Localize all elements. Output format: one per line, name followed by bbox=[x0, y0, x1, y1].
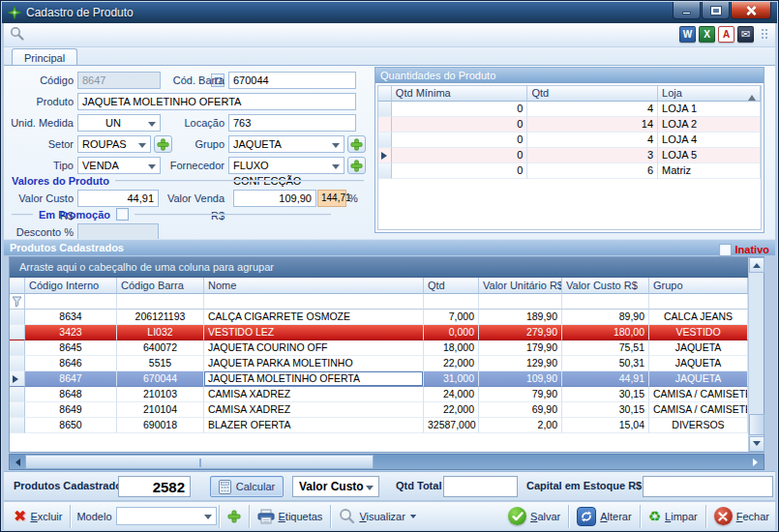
grupo-label: Grupo bbox=[159, 135, 225, 153]
quantidades-panel-title: Quantidades do Produto bbox=[375, 68, 764, 83]
col-header-codigo-barra[interactable]: Código Barra bbox=[117, 278, 204, 294]
em-promocao-checkbox[interactable] bbox=[116, 208, 129, 221]
locacao-field[interactable]: 763 bbox=[228, 114, 356, 132]
codigo-field[interactable]: 8647 bbox=[77, 72, 161, 89]
produto-row[interactable]: 8650 690018 BLAZER OFERTA 32587,000 2,00… bbox=[10, 418, 748, 433]
quantidade-row[interactable]: 0 6 Matriz bbox=[378, 163, 761, 179]
separator bbox=[249, 505, 250, 528]
row-pointer-icon bbox=[13, 375, 22, 383]
produto-row-selected[interactable]: 8647 670044 JAQUETA MOLETINHO OFERTA 31,… bbox=[10, 371, 748, 387]
vertical-scroll-thumb[interactable] bbox=[749, 414, 764, 435]
vertical-scrollbar[interactable] bbox=[748, 257, 764, 452]
col-header-qtd[interactable]: Qtd bbox=[527, 86, 658, 102]
unid-medida-combo[interactable]: UN bbox=[77, 114, 161, 132]
percent-label: % bbox=[348, 190, 362, 207]
margem-field: 144,71 bbox=[317, 190, 346, 207]
setor-combo[interactable]: ROUPAS bbox=[77, 135, 151, 153]
quantidade-row[interactable]: 0 4 LOJA 4 bbox=[378, 133, 761, 148]
inativo-checkbox[interactable] bbox=[719, 244, 732, 256]
valor-venda-field[interactable]: 109,90 bbox=[233, 190, 316, 207]
add-modelo-button[interactable] bbox=[222, 504, 247, 528]
visualizar-button[interactable]: Visualizar bbox=[333, 504, 423, 528]
qtd-total-field[interactable] bbox=[443, 476, 518, 497]
excluir-button[interactable]: ✖ Excluir bbox=[8, 504, 68, 528]
col-header-qtd[interactable]: Qtd bbox=[424, 278, 479, 294]
cod-barra-field[interactable]: 670044 bbox=[228, 72, 356, 89]
separator bbox=[70, 505, 71, 528]
fornecedor-combo[interactable]: FLUXO CONFECÇÃO bbox=[228, 157, 345, 174]
valores-group-title: Valores do Produto bbox=[12, 175, 109, 187]
quantidade-row[interactable]: 0 4 LOJA 1 bbox=[378, 102, 761, 117]
valor-custo-combo[interactable]: Valor Custo bbox=[292, 476, 379, 497]
quantidade-row[interactable]: 0 14 LOJA 2 bbox=[378, 117, 761, 133]
excluir-label: Excluir bbox=[30, 511, 62, 522]
etiquetas-label: Etiquetas bbox=[279, 511, 323, 522]
modelo-combo[interactable] bbox=[116, 507, 217, 525]
arrow-left-icon bbox=[12, 458, 20, 466]
capital-estoque-field[interactable] bbox=[643, 476, 773, 497]
salvar-label: Salvar bbox=[530, 511, 560, 522]
tipo-combo[interactable]: VENDA bbox=[77, 157, 161, 174]
plus-icon bbox=[227, 510, 241, 523]
export-excel-button[interactable]: X bbox=[699, 26, 715, 43]
produto-row[interactable]: 8648 210103 CAMISA XADREZ 24,000 79,90 3… bbox=[10, 387, 748, 402]
limpar-button[interactable]: ♻ Limpar bbox=[643, 504, 704, 528]
window-title: Cadastro de Produto bbox=[26, 6, 134, 19]
search-icon[interactable] bbox=[10, 26, 25, 42]
produto-row-alert[interactable]: 3423 LI032 VESTIDO LEZ 0,000 279,90 180,… bbox=[10, 325, 748, 340]
export-email-button[interactable]: ✉ bbox=[737, 26, 754, 43]
calcular-button[interactable]: Calcular bbox=[210, 476, 284, 497]
group-divider bbox=[135, 214, 331, 216]
capital-estoque-label: Capital em Estoque R$ bbox=[526, 480, 642, 491]
group-divider bbox=[12, 214, 33, 216]
cod-barra-label: Cód. Barra bbox=[159, 72, 225, 89]
close-button[interactable] bbox=[731, 2, 771, 19]
etiquetas-button[interactable]: Etiquetas bbox=[252, 504, 329, 528]
minimize-button[interactable] bbox=[673, 2, 701, 19]
check-icon bbox=[508, 507, 526, 525]
group-by-band[interactable]: Arraste aqui o cabeçalho de uma coluna p… bbox=[10, 257, 748, 278]
app-window: Cadastro de Produto W X A ✉ Principal Có… bbox=[0, 0, 779, 532]
export-word-button[interactable]: W bbox=[679, 26, 696, 43]
scroll-right-button[interactable] bbox=[748, 455, 764, 469]
produtos-cadastrados-label: Produtos Cadastrados bbox=[14, 480, 128, 491]
app-icon bbox=[8, 6, 21, 19]
produto-row[interactable]: 8646 5515 JAQUETA PARKA MOLETINHO 22,000… bbox=[10, 356, 748, 371]
salvar-button[interactable]: Salvar bbox=[502, 504, 566, 528]
grupo-combo[interactable]: JAQUETA bbox=[228, 135, 345, 153]
valor-custo-field[interactable]: 44,91 bbox=[77, 190, 159, 207]
alterar-button[interactable]: Alterar bbox=[571, 504, 637, 528]
scroll-left-button[interactable] bbox=[10, 455, 25, 469]
produto-row[interactable]: 8645 640072 JAQUETA COURINO OFF 18,000 1… bbox=[10, 340, 748, 356]
filter-row[interactable] bbox=[10, 294, 748, 310]
close-circle-icon bbox=[714, 507, 733, 525]
status-bar: Produtos Cadastrados 2582 Calcular Valor… bbox=[4, 471, 775, 501]
add-fornecedor-button[interactable] bbox=[347, 157, 366, 174]
separator bbox=[568, 505, 569, 528]
maximize-button[interactable] bbox=[702, 2, 730, 19]
col-header-grupo[interactable]: Grupo bbox=[649, 278, 748, 294]
add-grupo-button[interactable] bbox=[347, 135, 366, 153]
export-pdf-button[interactable]: A bbox=[718, 26, 734, 43]
produto-row[interactable]: 8634 206121193 CALÇA CIGARRETE OSMOZE 7,… bbox=[10, 310, 748, 325]
arrow-down-icon bbox=[753, 441, 761, 450]
col-header-nome[interactable]: Nome bbox=[204, 278, 424, 294]
col-header-loja[interactable]: Loja bbox=[658, 86, 761, 102]
scroll-down-button[interactable] bbox=[749, 436, 764, 452]
horizontal-scrollbar[interactable] bbox=[9, 454, 764, 470]
col-header-valor-custo[interactable]: Valor Custo R$ bbox=[562, 278, 649, 294]
col-header-codigo-interno[interactable]: Código Interno bbox=[25, 278, 117, 294]
printer-icon bbox=[257, 509, 275, 524]
col-header-qtd-minima[interactable]: Qtd Mínima bbox=[392, 86, 528, 102]
scroll-up-button[interactable] bbox=[749, 257, 764, 273]
focused-cell[interactable]: JAQUETA MOLETINHO OFERTA bbox=[204, 371, 424, 387]
tab-principal[interactable]: Principal bbox=[12, 48, 77, 66]
fechar-button[interactable]: Fechar bbox=[708, 504, 775, 528]
produto-field[interactable]: JAQUETA MOLETINHO OFERTA bbox=[77, 93, 356, 110]
col-header-valor-unitario[interactable]: Valor Unitário R$ bbox=[479, 278, 562, 294]
produto-row[interactable]: 8649 210104 CAMISA XADREZ 22,000 69,90 3… bbox=[10, 402, 748, 418]
quantidade-row-selected[interactable]: 0 3 LOJA 5 bbox=[378, 148, 761, 163]
filter-icon bbox=[12, 296, 22, 308]
horizontal-scroll-thumb[interactable] bbox=[25, 455, 374, 469]
qtd-total-label: Qtd Total bbox=[396, 480, 441, 491]
